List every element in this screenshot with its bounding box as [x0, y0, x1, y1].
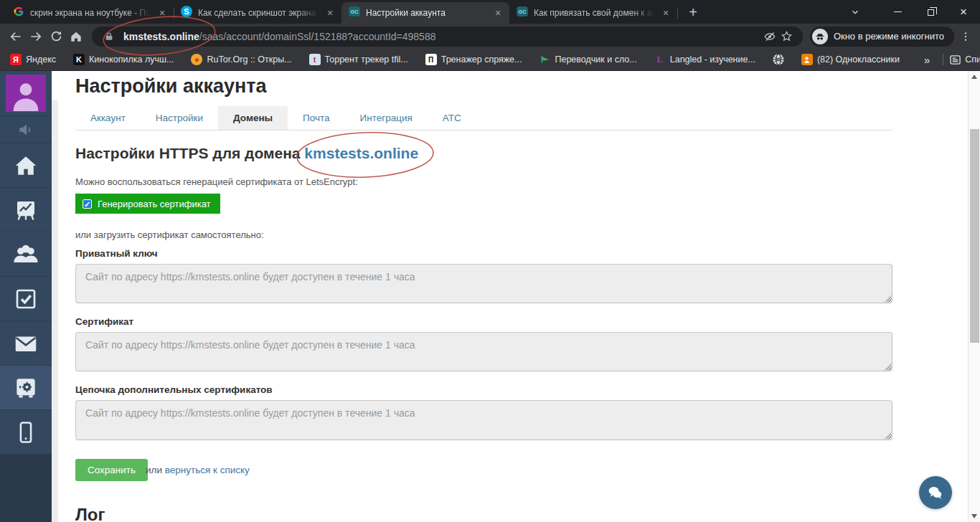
tab-close-icon[interactable]: ×	[492, 7, 504, 19]
tab-close-icon[interactable]: ×	[660, 7, 672, 19]
url-domain: kmstests.online	[123, 31, 199, 42]
generate-certificate-button[interactable]: ✓ Генерировать сертификат	[75, 194, 220, 214]
browser-tab-3-active[interactable]: GC Настройки аккаунта ×	[341, 2, 509, 24]
scroll-down-arrow[interactable]	[971, 514, 977, 518]
bookmark-trainer[interactable]: П Тренажер спряже...	[425, 54, 522, 65]
browser-tab-2[interactable]: S Как сделать скриншот экрана н ×	[174, 2, 341, 24]
private-key-textarea[interactable]	[75, 264, 892, 303]
tab-title: Как сделать скриншот экрана н	[198, 8, 319, 18]
certificate-chain-textarea[interactable]	[75, 400, 892, 440]
save-button[interactable]: Сохранить	[75, 459, 148, 481]
forward-icon[interactable]	[26, 27, 46, 47]
incognito-label: Окно в режиме инкогнито	[834, 31, 944, 42]
page-title: Настройки аккаунта	[75, 75, 267, 98]
google-favicon-icon	[13, 6, 24, 20]
back-icon[interactable]	[6, 27, 26, 47]
sidebar-item-profile[interactable]	[0, 71, 52, 116]
reading-list-icon	[949, 54, 961, 65]
lock-icon[interactable]	[100, 28, 118, 45]
bookmark-translator[interactable]: Переводчик и сло...	[539, 54, 636, 65]
bookmarks-overflow-chevrons[interactable]: »	[917, 54, 937, 66]
tab-domains[interactable]: Домены	[218, 106, 288, 130]
sidebar-item-contacts[interactable]	[0, 232, 52, 277]
eye-off-icon[interactable]	[761, 28, 778, 45]
tab-account[interactable]: Аккаунт	[75, 106, 141, 130]
close-button[interactable]: ×	[947, 0, 980, 24]
sidebar-item-stats[interactable]	[0, 188, 52, 232]
bookmark-langled[interactable]: L Langled - изучение...	[654, 54, 755, 65]
incognito-badge: Окно в режиме инкогнито	[810, 27, 954, 47]
tab-search-chevron-icon[interactable]	[841, 0, 870, 24]
content-left-strip	[52, 100, 58, 522]
sidebar-item-announcements[interactable]	[0, 116, 52, 143]
kinokopilka-icon: K	[73, 54, 85, 65]
tfile-icon: t	[309, 54, 321, 65]
manual-upload-hint: или загрузить сертификат самостоятельно:	[75, 229, 264, 240]
tab-settings[interactable]: Настройки	[141, 106, 218, 130]
bookmark-globe[interactable]	[773, 54, 788, 65]
tab-integration[interactable]: Интеграция	[345, 106, 428, 130]
odnoklassniki-icon	[801, 54, 813, 65]
back-to-list-link[interactable]: вернуться к списку	[165, 465, 250, 475]
bookmark-yandex[interactable]: Я Яндекс	[10, 54, 56, 65]
mail-icon	[12, 330, 39, 357]
gc-favicon-icon: GC	[517, 6, 528, 20]
page-scrollbar[interactable]	[968, 71, 980, 522]
tab-close-icon[interactable]: ×	[156, 7, 168, 19]
tab-title: Настройки аккаунта	[366, 8, 486, 18]
svg-text:GC: GC	[518, 9, 527, 15]
bookmark-kinokopilka[interactable]: K Кинокопилка лучш...	[73, 54, 174, 65]
minimize-button[interactable]	[881, 0, 914, 24]
save-aux-text: или вернуться к списку	[146, 465, 250, 475]
new-tab-button[interactable]: +	[683, 2, 703, 22]
tab-title: Как привязать свой домен к ак	[534, 8, 654, 18]
safe-gear-icon	[12, 374, 39, 402]
bookmark-rutor[interactable]: ★ RuTor.Org :: Откры...	[191, 54, 291, 65]
menu-dots-icon[interactable]	[957, 28, 974, 45]
tab-close-icon[interactable]: ×	[324, 7, 336, 19]
people-icon	[12, 241, 39, 268]
chat-bubbles-icon	[926, 483, 945, 502]
restore-button[interactable]	[914, 0, 947, 24]
url-path: /saas/account/domainSsl/152188?accountId…	[199, 31, 436, 42]
home-icon[interactable]	[66, 27, 86, 47]
sidebar-item-mobile[interactable]	[0, 410, 52, 455]
bookmark-star-icon[interactable]	[778, 28, 796, 45]
sidebar-item-mail[interactable]	[0, 321, 52, 366]
browser-toolbar: kmstests.online/saas/account/domainSsl/1…	[0, 24, 980, 49]
tabs-divider	[75, 130, 892, 130]
address-bar[interactable]: kmstests.online/saas/account/domainSsl/1…	[92, 27, 803, 47]
reload-icon[interactable]	[46, 27, 66, 47]
trainer-icon: П	[425, 54, 437, 65]
sidebar-item-tasks[interactable]	[0, 277, 52, 321]
tab-title: скрин экрана на ноутбуке - Пои	[30, 8, 151, 18]
home-icon	[13, 153, 39, 179]
browser-tab-1[interactable]: скрин экрана на ноутбуке - Пои ×	[6, 2, 174, 24]
gc-favicon-icon: GC	[349, 6, 360, 20]
svg-text:GC: GC	[350, 9, 359, 15]
bookmark-tfile[interactable]: t Торрент трекер tfil...	[309, 54, 408, 65]
tab-mail[interactable]: Почта	[288, 106, 345, 130]
sidebar-item-settings[interactable]	[0, 366, 52, 410]
window-controls: ×	[841, 0, 980, 24]
reading-list-button[interactable]: Список для чтения	[949, 54, 980, 65]
url-text: kmstests.online/saas/account/domainSsl/1…	[123, 31, 761, 42]
checkbox-checked-icon[interactable]: ✓	[83, 199, 92, 209]
bookmark-odnoklassniki[interactable]: (82) Одноклассники	[801, 54, 900, 65]
sidebar-item-home[interactable]	[0, 143, 52, 188]
tab-ats[interactable]: АТС	[428, 106, 476, 130]
certificate-textarea[interactable]	[75, 332, 892, 371]
certificate-chain-label: Цепочка дополнительных сертификатов	[75, 384, 273, 395]
scroll-up-arrow[interactable]	[971, 75, 977, 79]
bookmarks-right-group: » Список для чтения	[917, 54, 980, 66]
chart-board-icon	[13, 197, 39, 223]
avatar	[6, 75, 46, 112]
scrollbar-thumb[interactable]	[970, 129, 979, 343]
domain-link[interactable]: kmstests.online	[304, 145, 418, 161]
globe-icon	[773, 54, 784, 65]
chat-widget-button[interactable]	[919, 476, 952, 509]
browser-tab-4[interactable]: GC Как привязать свой домен к ак ×	[509, 2, 677, 24]
yandex-icon: Я	[10, 54, 22, 65]
log-heading: Лог	[75, 505, 105, 522]
sidebar-footer	[0, 455, 52, 522]
